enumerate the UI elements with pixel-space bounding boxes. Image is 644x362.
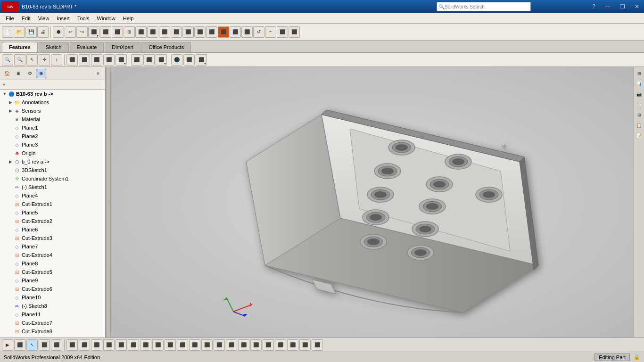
- view-btn-10[interactable]: ⬛▼: [116, 54, 127, 66]
- rsb-btn-3[interactable]: 📷: [635, 90, 644, 99]
- tree-item[interactable]: ◇ Plane8: [0, 259, 105, 268]
- tab-dimxpert[interactable]: DimXpert: [105, 42, 140, 52]
- tree-item[interactable]: ◇ Plane1: [0, 123, 105, 132]
- tb-btn-2[interactable]: ↩: [65, 26, 76, 38]
- bt-btn-14[interactable]: ⬛: [165, 339, 176, 351]
- view-btn-14[interactable]: 🌑: [171, 54, 182, 66]
- bt-btn-20[interactable]: ⬛: [238, 339, 249, 351]
- bt-btn-12[interactable]: ⬛: [140, 339, 151, 351]
- restore-button[interactable]: ❐: [617, 2, 628, 11]
- tree-btn-3[interactable]: ⚙: [25, 69, 35, 78]
- search-input[interactable]: [445, 4, 525, 9]
- save-button[interactable]: 💾: [25, 26, 37, 38]
- tree-item[interactable]: ◇ Plane11: [0, 310, 105, 319]
- tb-btn-21[interactable]: ⬛: [289, 26, 300, 38]
- view-btn-13[interactable]: ⬛▼: [156, 54, 167, 66]
- tree-btn-2[interactable]: ⊞: [13, 69, 24, 78]
- print-button[interactable]: 🖨: [37, 26, 49, 38]
- tree-item[interactable]: ⊟ Cut-Extrude6: [0, 285, 105, 293]
- rsb-btn-7[interactable]: 📝: [635, 131, 644, 140]
- view-btn-6[interactable]: ⬛: [66, 54, 78, 66]
- tree-item[interactable]: ✏ (-) Sketch1: [0, 183, 105, 191]
- bt-btn-26[interactable]: ⬛: [312, 339, 323, 351]
- view-btn-4[interactable]: ✛: [39, 54, 50, 66]
- tree-item[interactable]: ▶ ◈ Sensors: [0, 107, 105, 115]
- tab-office-products[interactable]: Office Products: [141, 42, 191, 52]
- rsb-btn-1[interactable]: ⊞: [635, 69, 644, 78]
- tree-item[interactable]: ◇ Plane7: [0, 242, 105, 251]
- tree-item[interactable]: ⬡ 3DSketch1: [0, 166, 105, 174]
- tb-btn-9[interactable]: ⬛: [147, 26, 158, 38]
- tb-btn-13[interactable]: ⬛: [194, 26, 206, 38]
- tb-btn-8[interactable]: ⬛: [135, 26, 147, 38]
- menu-file[interactable]: File: [2, 15, 18, 22]
- tab-features[interactable]: Features: [2, 42, 38, 52]
- bt-btn-2[interactable]: ⬛: [14, 339, 25, 351]
- tree-item[interactable]: ▶ ⬡ b_0 rev a ->: [0, 157, 105, 166]
- tb-btn-12[interactable]: ⬛: [182, 26, 194, 38]
- tree-item[interactable]: ✛ Coordinate System1: [0, 174, 105, 183]
- bt-btn-5[interactable]: ⬛: [51, 339, 62, 351]
- tb-btn-16[interactable]: ⬛: [230, 26, 241, 38]
- tree-item[interactable]: ◇ Plane3: [0, 140, 105, 149]
- close-button[interactable]: ✕: [632, 2, 642, 11]
- tb-btn-18[interactable]: ↺: [253, 26, 264, 38]
- rsb-btn-5[interactable]: ⊞: [635, 110, 644, 120]
- bt-btn-4[interactable]: ⬛: [39, 339, 50, 351]
- viewport[interactable]: ✳: [111, 67, 634, 337]
- help-icon[interactable]: ?: [589, 2, 598, 11]
- tree-item[interactable]: ◇ Plane5: [0, 208, 105, 217]
- view-btn-3[interactable]: ↖: [26, 54, 38, 66]
- tree-item[interactable]: ⊟ Cut-Extrude5: [0, 268, 105, 276]
- tree-item[interactable]: ≡ Material: [0, 115, 105, 123]
- view-btn-15[interactable]: ⬛: [183, 54, 195, 66]
- tree-item[interactable]: ◇ Plane10: [0, 293, 105, 302]
- bt-btn-6[interactable]: ⬛: [66, 339, 78, 351]
- bt-btn-13[interactable]: ⬛: [152, 339, 164, 351]
- view-btn-12[interactable]: ⬛: [143, 54, 155, 66]
- tree-item[interactable]: ◇ Plane9: [0, 276, 105, 285]
- tb-btn-6[interactable]: ⬛: [112, 26, 123, 38]
- view-btn-11[interactable]: ⬛: [131, 54, 142, 66]
- tb-btn-15[interactable]: ⬛: [218, 26, 229, 38]
- bt-btn-7[interactable]: ⬛: [79, 339, 90, 351]
- bt-btn-22[interactable]: ⬛: [263, 339, 274, 351]
- tree-item[interactable]: ⊟ Cut-Extrude3: [0, 234, 105, 242]
- bt-btn-11[interactable]: ⬛: [128, 339, 139, 351]
- bt-btn-16[interactable]: ⬛: [189, 339, 200, 351]
- tree-item[interactable]: ◇ Plane4: [0, 191, 105, 200]
- rsb-btn-2[interactable]: 📊: [635, 79, 644, 89]
- view-btn-9[interactable]: ⬛: [103, 54, 115, 66]
- bt-btn-9[interactable]: ⬛: [103, 339, 115, 351]
- tree-item[interactable]: ◇ Plane2: [0, 132, 105, 140]
- bt-btn-15[interactable]: ⬛: [177, 339, 188, 351]
- tb-btn-7[interactable]: ⊞: [124, 26, 135, 38]
- tree-btn-4[interactable]: ⊕: [36, 69, 46, 78]
- menu-view[interactable]: View: [34, 15, 53, 22]
- bt-btn-arrow[interactable]: ↖: [26, 339, 38, 351]
- bt-btn-23[interactable]: ⬛: [275, 339, 286, 351]
- tree-item[interactable]: ⊟ Cut-Extrude4: [0, 251, 105, 259]
- tree-item[interactable]: ⊟ Cut-Extrude7: [0, 319, 105, 327]
- new-button[interactable]: 📄: [2, 26, 13, 38]
- bt-btn-1[interactable]: ▶: [2, 339, 13, 351]
- tb-btn-5[interactable]: ⬛: [100, 26, 111, 38]
- menu-tools[interactable]: Tools: [74, 15, 93, 22]
- panel-resize-handle[interactable]: ⋮: [106, 67, 111, 337]
- tree-item[interactable]: ⊟ Cut-Extrude9: [0, 336, 105, 337]
- rsb-btn-6[interactable]: 📋: [635, 121, 644, 130]
- view-btn-8[interactable]: ⬛: [91, 54, 102, 66]
- search-bar[interactable]: 🔍: [437, 2, 531, 11]
- open-button[interactable]: 📂: [14, 26, 25, 38]
- tree-btn-1[interactable]: 🏠: [2, 69, 12, 78]
- tree-item[interactable]: ◇ Plane6: [0, 225, 105, 234]
- bt-btn-21[interactable]: ⬛: [250, 339, 262, 351]
- bt-btn-24[interactable]: ⬛: [287, 339, 298, 351]
- tab-sketch[interactable]: Sketch: [39, 42, 69, 52]
- tree-item[interactable]: ⊟ Cut-Extrude1: [0, 200, 105, 208]
- minimize-button[interactable]: —: [602, 2, 613, 11]
- tb-btn-1[interactable]: ⬢: [53, 26, 64, 38]
- tree-item[interactable]: ⊟ Cut-Extrude2: [0, 217, 105, 225]
- tb-btn-4[interactable]: ⬛▼: [88, 26, 99, 38]
- bt-btn-17[interactable]: ⬛: [201, 339, 213, 351]
